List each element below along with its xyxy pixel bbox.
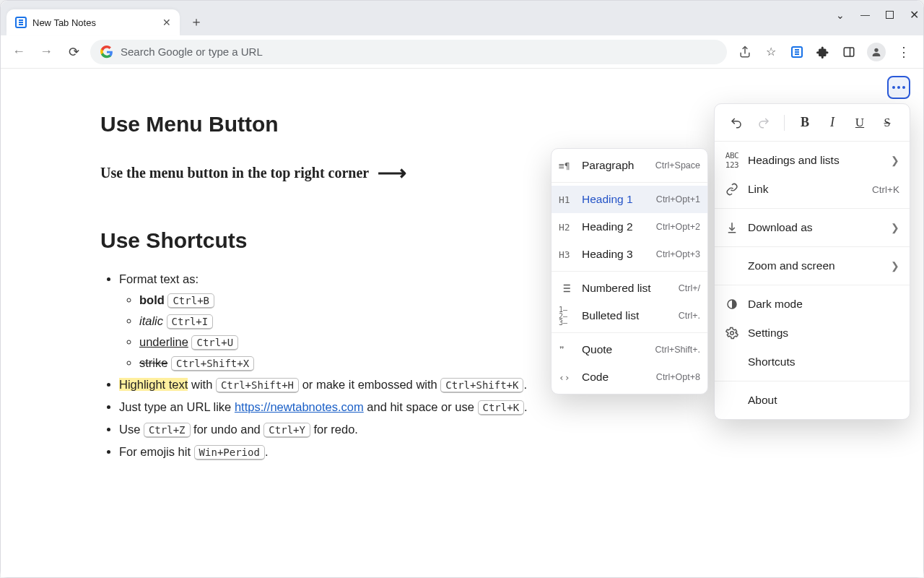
menu-dark-mode[interactable]: Dark mode [715, 290, 910, 319]
app-menu-button[interactable] [887, 76, 910, 99]
chevron-right-icon: ❯ [891, 222, 899, 233]
menu-headings-lists[interactable]: ABC123 Headings and lists ❯ [715, 146, 910, 175]
page-content: Use Menu Button Use the menu button in t… [1, 69, 923, 577]
fmt-bulleted-list[interactable]: 1—2—3— Bulleted list Ctrl+. [552, 302, 707, 329]
bookmark-star-icon[interactable]: ☆ [763, 44, 779, 60]
tab-favicon [15, 17, 27, 28]
bold-sample: bold [139, 293, 165, 306]
tab-close-icon[interactable]: ✕ [162, 17, 171, 28]
redo-button[interactable] [752, 111, 775, 134]
menu-about[interactable]: About [715, 386, 910, 415]
share-icon[interactable] [737, 44, 753, 60]
extension-newtab-icon[interactable] [789, 44, 805, 60]
more-horizontal-icon [892, 86, 905, 89]
close-window-icon[interactable]: ✕ [910, 8, 919, 22]
omnibox-placeholder: Search Google or type a URL [121, 46, 263, 58]
chevron-right-icon: ❯ [891, 155, 899, 166]
maximize-icon[interactable] [886, 11, 894, 19]
kbd-emoji: Win+Period [194, 445, 265, 460]
browser-window: New Tab Notes ✕ ＋ ⌄ — ✕ ← → ⟳ Search Goo… [0, 0, 924, 578]
kbd-undo: Ctrl+Z [144, 423, 191, 438]
kbd-underline: Ctrl+U [191, 335, 238, 350]
sample-url-link[interactable]: https://newtabnotes.com [235, 400, 364, 413]
menu-download[interactable]: Download as ❯ [715, 213, 910, 242]
omnibox[interactable]: Search Google or type a URL [90, 40, 727, 64]
italic-sample: italic [139, 314, 163, 327]
main-menu-popover: B I U S ABC123 Headings and lists ❯ Link… [714, 103, 910, 420]
menu-link[interactable]: Link Ctrl+K [715, 175, 910, 204]
tab-strip: New Tab Notes ✕ ＋ ⌄ — ✕ [1, 1, 923, 35]
format-submenu-popover: ≡¶ Paragraph Ctrl+Space H1 Heading 1 Ctr… [551, 148, 708, 394]
separator [784, 115, 785, 131]
format-toolbar: B I U S [715, 104, 910, 142]
extensions-puzzle-icon[interactable] [815, 44, 831, 60]
svg-rect-0 [844, 48, 854, 56]
chevron-down-icon[interactable]: ⌄ [836, 9, 845, 21]
kbd-strike: Ctrl+Shift+X [171, 356, 254, 371]
fmt-paragraph[interactable]: ≡¶ Paragraph Ctrl+Space [552, 152, 707, 179]
underline-sample: underline [139, 335, 188, 348]
h1-icon: H1 [559, 194, 575, 205]
format-label: Format text as: [119, 272, 199, 285]
fmt-quote[interactable]: ❞ Quote Ctrl+Shift+. [552, 336, 707, 363]
bold-button[interactable]: B [793, 111, 816, 134]
heading-use-menu: Use Menu Button [100, 112, 535, 137]
half-moon-icon [725, 297, 739, 311]
google-icon [100, 46, 113, 59]
reload-button[interactable]: ⟳ [63, 41, 84, 63]
headings-icon: ABC123 [725, 153, 739, 168]
kbd-highlight: Ctrl+Shift+H [216, 378, 299, 393]
minimize-icon[interactable]: — [860, 9, 870, 20]
sidepanel-icon[interactable] [841, 44, 857, 60]
fmt-heading-1[interactable]: H1 Heading 1 Ctrl+Opt+1 [552, 186, 707, 213]
paragraph-icon: ≡¶ [559, 160, 575, 171]
undo-button[interactable] [725, 111, 748, 134]
fmt-numbered-list[interactable]: Numbered list Ctrl+/ [552, 275, 707, 302]
forward-button[interactable]: → [35, 41, 57, 63]
download-icon [725, 220, 739, 235]
chevron-right-icon: ❯ [891, 260, 899, 272]
tab-title: New Tab Notes [32, 17, 96, 28]
fmt-code[interactable]: ‹› Code Ctrl+Opt+8 [552, 363, 707, 391]
h3-icon: H3 [559, 249, 575, 260]
document-body[interactable]: Use Menu Button Use the menu button in t… [1, 69, 535, 462]
highlight-sample: Highlight text [119, 378, 188, 391]
strike-sample: strike [139, 356, 167, 369]
fmt-heading-3[interactable]: H3 Heading 3 Ctrl+Opt+3 [552, 241, 707, 268]
new-tab-button[interactable]: ＋ [184, 9, 209, 34]
heading-use-shortcuts: Use Shortcuts [100, 228, 535, 253]
menu-zoom[interactable]: Zoom and screen ❯ [715, 251, 910, 280]
code-icon: ‹› [559, 372, 575, 383]
kbd-embossed: Ctrl+Shift+K [440, 378, 523, 393]
fmt-heading-2[interactable]: H2 Heading 2 Ctrl+Opt+2 [552, 213, 707, 241]
profile-avatar[interactable] [867, 43, 886, 61]
kbd-link: Ctrl+K [478, 400, 525, 415]
italic-button[interactable]: I [821, 111, 844, 134]
arrow-right-icon: ⟶ [378, 161, 406, 185]
back-button[interactable]: ← [8, 41, 30, 63]
link-icon [725, 182, 739, 197]
numbered-list-icon [559, 282, 575, 295]
chrome-menu-icon[interactable]: ⋮ [896, 44, 912, 60]
svg-point-4 [731, 332, 734, 335]
underline-button[interactable]: U [848, 111, 871, 134]
window-controls: ⌄ — ✕ [836, 8, 919, 22]
strike-button[interactable]: S [876, 111, 899, 134]
kbd-bold: Ctrl+B [167, 293, 214, 309]
svg-point-2 [874, 48, 878, 51]
browser-tab[interactable]: New Tab Notes ✕ [6, 9, 180, 35]
shortcut-list: Format text as: bold Ctrl+B italic Ctrl+… [100, 269, 535, 462]
handwritten-note: Use the menu button in the top right cor… [100, 165, 369, 181]
bulleted-list-icon: 1—2—3— [559, 306, 575, 326]
kbd-redo: Ctrl+Y [263, 423, 310, 438]
menu-shortcuts[interactable]: Shortcuts [715, 348, 910, 376]
quote-icon: ❞ [559, 345, 575, 355]
gear-icon [725, 326, 739, 340]
h2-icon: H2 [559, 222, 575, 233]
browser-toolbar: ← → ⟳ Search Google or type a URL ☆ ⋮ [1, 35, 923, 69]
kbd-italic: Ctrl+I [167, 314, 214, 329]
toolbar-actions: ☆ ⋮ [733, 43, 916, 61]
menu-settings[interactable]: Settings [715, 319, 910, 348]
